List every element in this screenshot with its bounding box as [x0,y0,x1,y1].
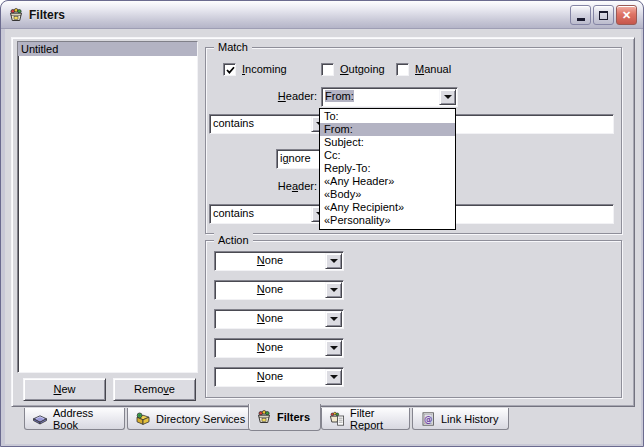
filter-list-item[interactable]: Untitled [18,42,197,56]
tab-label: Address Book [53,407,117,431]
action-group-label: Action [214,233,253,247]
chevron-down-icon [330,259,338,263]
dropdown-item[interactable]: «Personality» [320,214,455,227]
check-icon [225,65,236,76]
close-icon: ✕ [622,10,631,21]
action-2-combo[interactable]: None [214,280,344,300]
action-3-combo[interactable]: None [214,309,344,329]
match-op-1-value: contains [213,117,254,130]
chevron-down-icon [444,95,452,99]
tab-label: Link History [441,413,498,425]
dropdown-item-selected[interactable]: From: [320,123,455,136]
outgoing-checkbox[interactable] [321,63,334,76]
filters-window: Filters ✕ Untitled New Remove Match In [0,0,644,447]
tab-filter-report[interactable]: Filter Report [321,408,410,430]
match-group-label: Match [214,40,252,54]
tab-directory-services[interactable]: Directory Services [127,408,255,430]
action-1-combo[interactable]: None [214,251,344,271]
dropdown-item[interactable]: «Any Header» [320,175,455,188]
action-5-arrow[interactable] [325,369,342,385]
dropdown-item[interactable]: Reply-To: [320,162,455,175]
close-button[interactable]: ✕ [616,5,637,25]
incoming-checkbox[interactable] [223,63,236,76]
match-op-1-combo[interactable]: contains [209,114,330,134]
filter-list[interactable]: Untitled [17,41,198,373]
dropdown-item[interactable]: «Any Recipient» [320,201,455,214]
header1-combo-value: From: [325,90,354,102]
address-book-icon [32,411,48,427]
minimize-button[interactable] [570,5,591,25]
dialog-client-area: Untitled New Remove Match Incoming Outgo… [5,29,641,444]
match-op-2-combo[interactable]: contains [209,204,330,224]
action-3-arrow[interactable] [325,311,342,327]
tab-filters[interactable]: Filters [248,404,321,431]
minimize-icon [577,18,585,21]
header1-combo-arrow[interactable] [439,89,456,105]
link-history-icon: @ [420,411,436,427]
filters-icon [256,409,272,425]
action-2-arrow[interactable] [325,282,342,298]
header1-combo[interactable]: From: [321,87,458,107]
manual-label[interactable]: Manual [415,63,451,76]
window-title: Filters [29,8,65,22]
tab-label: Filters [277,411,310,423]
outgoing-label[interactable]: Outgoing [340,63,385,76]
header-dropdown-list[interactable]: To: From: Subject: Cc: Reply-To: «Any He… [319,108,456,230]
dropdown-item[interactable]: «Body» [320,188,455,201]
chevron-down-icon [330,346,338,350]
chevron-down-icon [330,288,338,292]
dropdown-item[interactable]: Cc: [320,149,455,162]
svg-text:@: @ [424,413,433,423]
header2-label: Header: [257,180,317,193]
incoming-label[interactable]: Incoming [242,63,287,76]
chevron-down-icon [330,317,338,321]
action-4-arrow[interactable] [325,340,342,356]
title-bar[interactable]: Filters ✕ [1,1,643,29]
manual-checkbox[interactable] [396,63,409,76]
dropdown-item[interactable]: Subject: [320,136,455,149]
filter-report-icon [329,411,345,427]
new-button[interactable]: New [23,378,106,401]
maximize-button[interactable] [593,5,614,25]
dropdown-item[interactable]: To: [320,110,455,123]
header1-label: Header: [257,90,317,103]
filters-app-icon [8,7,24,23]
action-5-combo[interactable]: None [214,367,344,387]
tab-address-book[interactable]: Address Book [24,408,125,430]
directory-services-icon [135,411,151,427]
match-op-2-value: contains [213,207,254,220]
tab-label: Filter Report [350,407,402,431]
chevron-down-icon [330,375,338,379]
tab-link-history[interactable]: @ Link History [412,408,509,430]
remove-button[interactable]: Remove [113,378,196,401]
action-1-arrow[interactable] [325,253,342,269]
action-4-combo[interactable]: None [214,338,344,358]
tab-label: Directory Services [156,413,245,425]
maximize-icon [599,11,608,20]
